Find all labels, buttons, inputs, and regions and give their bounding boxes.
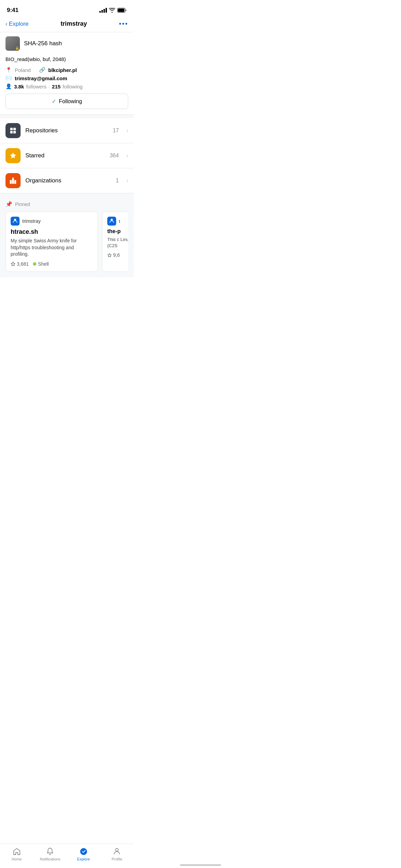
card-user-row-1: t — [107, 217, 128, 226]
following-button-label: Following — [59, 98, 82, 105]
lock-icon: 🔒 — [15, 46, 19, 50]
card-reponame-1: the-p — [107, 228, 128, 234]
svg-rect-2 — [10, 128, 13, 130]
card-footer-1: 9,6 — [107, 252, 128, 258]
starred-label: Starred — [25, 152, 105, 159]
svg-rect-5 — [13, 131, 16, 133]
card-avatar-1 — [107, 217, 116, 226]
website-link[interactable]: blkcipher.pl — [48, 67, 77, 73]
card-stars-1: 9,6 — [107, 252, 120, 258]
menu-item-repositories[interactable]: Repositories 17 › — [0, 118, 134, 143]
status-bar: 9:41 — [0, 0, 134, 17]
profile-section: 🔒 SHA-256 hash BIO_read(wbio, buf, 2048)… — [0, 32, 134, 115]
followers-label: followers — [26, 84, 46, 89]
organizations-chevron: › — [126, 178, 128, 184]
following-count: 215 — [52, 84, 61, 89]
starred-icon — [5, 148, 21, 163]
organizations-icon — [5, 173, 21, 188]
card-user-row-0: trimstray — [11, 217, 93, 226]
email-text: trimstray@gmail.com — [15, 75, 67, 81]
svg-rect-8 — [14, 180, 16, 184]
location-text: Poland — [15, 67, 31, 73]
following-label: following — [63, 84, 83, 89]
card-username-1: t — [119, 219, 120, 224]
organizations-label: Organizations — [25, 177, 111, 184]
back-label: Explore — [9, 21, 29, 27]
status-icons — [99, 8, 127, 13]
battery-icon — [117, 8, 127, 13]
link-icon: 🔗 — [39, 67, 46, 73]
page-title: trimstray — [61, 20, 87, 27]
stars-count-1: 9,6 — [113, 252, 120, 258]
card-avatar-0 — [11, 217, 20, 226]
section-divider — [0, 115, 134, 118]
followers-row: 👤 3.8k followers · 215 following — [5, 83, 128, 89]
starred-chevron: › — [126, 153, 128, 159]
pinned-section-divider — [0, 193, 134, 197]
svg-point-10 — [14, 219, 16, 221]
avatar: 🔒 — [5, 36, 20, 51]
card-username-0: trimstray — [22, 218, 41, 224]
card-lang-0: Shell — [33, 261, 49, 267]
lang-label-0: Shell — [38, 261, 49, 267]
svg-rect-7 — [12, 179, 14, 184]
svg-rect-1 — [118, 9, 124, 12]
avatar-row: 🔒 SHA-256 hash — [5, 32, 128, 53]
menu-list: Repositories 17 › Starred 364 › Organiza… — [0, 118, 134, 193]
people-icon: 👤 — [5, 83, 12, 89]
repositories-chevron: › — [126, 128, 128, 134]
pinned-card-1[interactable]: t the-p This c Linux (C2S 9,6 — [102, 212, 128, 272]
pinned-label: Pinned — [15, 202, 30, 207]
bio-text: BIO_read(wbio, buf, 2048) — [5, 53, 128, 67]
chevron-left-icon: ‹ — [5, 21, 8, 27]
email-icon: ✉️ — [5, 75, 12, 81]
card-description-0: My simple Swiss Army knife for http/http… — [11, 238, 93, 258]
separator: · — [48, 84, 50, 89]
card-description-1: This c Linux (C2S — [107, 237, 128, 249]
stars-count-0: 3,681 — [17, 261, 29, 267]
following-button[interactable]: ✓ Following — [5, 94, 128, 109]
wifi-icon — [109, 8, 115, 13]
status-time: 9:41 — [7, 7, 19, 14]
back-button[interactable]: ‹ Explore — [5, 21, 28, 27]
email-row: ✉️ trimstray@gmail.com — [5, 75, 128, 81]
svg-rect-4 — [10, 131, 13, 133]
svg-point-11 — [111, 219, 113, 221]
card-reponame-0: htrace.sh — [11, 228, 93, 236]
lang-dot-0 — [33, 262, 36, 266]
repositories-icon — [5, 123, 21, 138]
signal-icon — [99, 8, 107, 13]
pinned-card-0[interactable]: trimstray htrace.sh My simple Swiss Army… — [5, 212, 98, 272]
repositories-count: 17 — [113, 128, 119, 134]
location-icon: 📍 — [5, 67, 12, 73]
card-footer-0: 3,681 Shell — [11, 261, 93, 267]
followers-count: 3.8k — [14, 84, 24, 89]
menu-item-organizations[interactable]: Organizations 1 › — [0, 168, 134, 193]
checkmark-icon: ✓ — [52, 98, 56, 105]
tab-spacer — [0, 277, 134, 312]
repositories-label: Repositories — [25, 127, 108, 134]
location-row: 📍 Poland 🔗 blkcipher.pl — [5, 67, 128, 73]
pinned-cards: trimstray htrace.sh My simple Swiss Army… — [5, 212, 128, 275]
pin-icon: 📌 — [5, 201, 12, 207]
sha-label: SHA-256 hash — [24, 40, 62, 47]
more-button[interactable]: ••• — [119, 20, 128, 28]
starred-count: 364 — [110, 153, 119, 159]
svg-rect-6 — [10, 180, 12, 184]
card-stars-0: 3,681 — [11, 261, 29, 267]
nav-header: ‹ Explore trimstray ••• — [0, 17, 134, 32]
menu-item-starred[interactable]: Starred 364 › — [0, 143, 134, 168]
svg-rect-9 — [12, 178, 14, 179]
pinned-section: 📌 Pinned trimstray htrace.sh My simple S… — [0, 197, 134, 277]
organizations-count: 1 — [116, 178, 119, 184]
pinned-header: 📌 Pinned — [5, 201, 128, 207]
svg-rect-3 — [13, 128, 16, 130]
